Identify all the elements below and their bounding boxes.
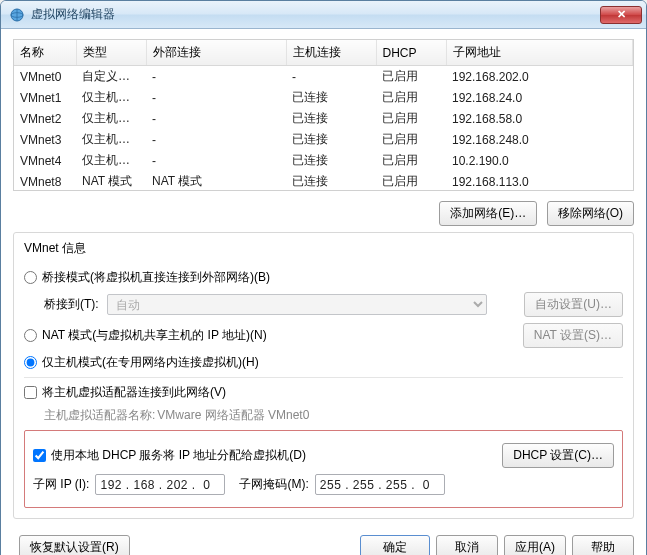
- network-buttons-row: 添加网络(E)… 移除网络(O): [13, 201, 634, 226]
- subnet-ip-label: 子网 IP (I):: [33, 476, 89, 493]
- cell-subnet: 192.168.58.0: [446, 108, 633, 129]
- cell-type: 仅主机…: [76, 108, 146, 129]
- table-row[interactable]: VMnet1仅主机…-已连接已启用192.168.24.0: [14, 87, 633, 108]
- divider: [24, 377, 623, 378]
- use-dhcp-label: 使用本地 DHCP 服务将 IP 地址分配给虚拟机(D): [51, 447, 306, 464]
- cell-dhcp: 已启用: [376, 66, 446, 88]
- cell-external: -: [146, 129, 286, 150]
- fieldset-legend: VMnet 信息: [20, 240, 90, 257]
- bridged-mode-row: 桥接模式(将虚拟机直接连接到外部网络)(B): [24, 269, 623, 286]
- cell-host: 已连接: [286, 129, 376, 150]
- cell-type: 自定义…: [76, 66, 146, 88]
- cell-dhcp: 已启用: [376, 87, 446, 108]
- auto-settings-button[interactable]: 自动设置(U)…: [524, 292, 623, 317]
- cell-external: -: [146, 150, 286, 171]
- col-external[interactable]: 外部连接: [146, 40, 286, 66]
- cancel-button[interactable]: 取消: [436, 535, 498, 555]
- cell-dhcp: 已启用: [376, 171, 446, 191]
- cell-dhcp: 已启用: [376, 129, 446, 150]
- bridged-to-label: 桥接到(T):: [44, 296, 99, 313]
- cell-subnet: 192.168.113.0: [446, 171, 633, 191]
- table-row[interactable]: VMnet8NAT 模式NAT 模式已连接已启用192.168.113.0: [14, 171, 633, 191]
- network-table: 名称 类型 外部连接 主机连接 DHCP 子网地址 VMnet0自定义…--已启…: [13, 39, 634, 191]
- bridged-to-row: 桥接到(T): 自动 自动设置(U)…: [44, 292, 623, 317]
- cell-external: -: [146, 87, 286, 108]
- app-icon: [9, 7, 25, 23]
- cell-host: -: [286, 66, 376, 88]
- cell-external: NAT 模式: [146, 171, 286, 191]
- apply-button[interactable]: 应用(A): [504, 535, 566, 555]
- vmnet-info-fieldset: VMnet 信息 桥接模式(将虚拟机直接连接到外部网络)(B) 桥接到(T): …: [13, 232, 634, 519]
- host-adapter-checkbox[interactable]: [24, 386, 37, 399]
- dialog-footer: 恢复默认设置(R) 确定 取消 应用(A) 帮助: [1, 527, 646, 555]
- cell-name: VMnet8: [14, 171, 76, 191]
- cell-external: -: [146, 108, 286, 129]
- host-adapter-row: 将主机虚拟适配器连接到此网络(V): [24, 384, 623, 401]
- col-type[interactable]: 类型: [76, 40, 146, 66]
- bridged-to-select[interactable]: 自动: [107, 294, 487, 315]
- restore-defaults-button[interactable]: 恢复默认设置(R): [19, 535, 130, 555]
- col-host[interactable]: 主机连接: [286, 40, 376, 66]
- use-dhcp-checkbox[interactable]: [33, 449, 46, 462]
- cell-dhcp: 已启用: [376, 108, 446, 129]
- help-button[interactable]: 帮助: [572, 535, 634, 555]
- cell-host: 已连接: [286, 108, 376, 129]
- table-row[interactable]: VMnet3仅主机…-已连接已启用192.168.248.0: [14, 129, 633, 150]
- table-row[interactable]: VMnet4仅主机…-已连接已启用10.2.190.0: [14, 150, 633, 171]
- bridged-mode-radio[interactable]: [24, 271, 37, 284]
- col-name[interactable]: 名称: [14, 40, 76, 66]
- dhcp-settings-button[interactable]: DHCP 设置(C)…: [502, 443, 614, 468]
- window-title: 虚拟网络编辑器: [31, 6, 600, 23]
- close-icon: ✕: [617, 8, 626, 21]
- cell-subnet: 10.2.190.0: [446, 150, 633, 171]
- nat-mode-radio[interactable]: [24, 329, 37, 342]
- cell-type: 仅主机…: [76, 150, 146, 171]
- subnet-ip-input[interactable]: [95, 474, 225, 495]
- cell-host: 已连接: [286, 150, 376, 171]
- virtual-network-editor-window: 虚拟网络编辑器 ✕ 名称 类型 外部连接 主机连接 DHCP 子网地址 VMne…: [0, 0, 647, 555]
- hostonly-mode-row: 仅主机模式(在专用网络内连接虚拟机)(H): [24, 354, 623, 371]
- cell-host: 已连接: [286, 87, 376, 108]
- ok-button[interactable]: 确定: [360, 535, 430, 555]
- cell-host: 已连接: [286, 171, 376, 191]
- cell-name: VMnet2: [14, 108, 76, 129]
- col-subnet[interactable]: 子网地址: [446, 40, 633, 66]
- dhcp-subnet-highlight: 使用本地 DHCP 服务将 IP 地址分配给虚拟机(D) DHCP 设置(C)……: [24, 430, 623, 508]
- cell-type: 仅主机…: [76, 87, 146, 108]
- host-adapter-label: 将主机虚拟适配器连接到此网络(V): [42, 384, 226, 401]
- hostonly-mode-label: 仅主机模式(在专用网络内连接虚拟机)(H): [42, 354, 259, 371]
- close-button[interactable]: ✕: [600, 6, 642, 24]
- cell-subnet: 192.168.202.0: [446, 66, 633, 88]
- cell-external: -: [146, 66, 286, 88]
- cell-name: VMnet1: [14, 87, 76, 108]
- nat-mode-label: NAT 模式(与虚拟机共享主机的 IP 地址)(N): [42, 327, 267, 344]
- cell-dhcp: 已启用: [376, 150, 446, 171]
- col-dhcp[interactable]: DHCP: [376, 40, 446, 66]
- cell-type: 仅主机…: [76, 129, 146, 150]
- use-dhcp-row: 使用本地 DHCP 服务将 IP 地址分配给虚拟机(D) DHCP 设置(C)…: [33, 443, 614, 468]
- cell-subnet: 192.168.248.0: [446, 129, 633, 150]
- nat-settings-button[interactable]: NAT 设置(S)…: [523, 323, 623, 348]
- cell-name: VMnet3: [14, 129, 76, 150]
- hostonly-mode-radio[interactable]: [24, 356, 37, 369]
- host-adapter-name-row: 主机虚拟适配器名称: VMware 网络适配器 VMnet0: [44, 407, 623, 424]
- cell-type: NAT 模式: [76, 171, 146, 191]
- table-header: 名称 类型 外部连接 主机连接 DHCP 子网地址: [14, 40, 633, 66]
- table-row[interactable]: VMnet0自定义…--已启用192.168.202.0: [14, 66, 633, 88]
- table-row[interactable]: VMnet2仅主机…-已连接已启用192.168.58.0: [14, 108, 633, 129]
- subnet-mask-label: 子网掩码(M):: [239, 476, 308, 493]
- subnet-row: 子网 IP (I): 子网掩码(M):: [33, 474, 614, 495]
- host-adapter-name-label: 主机虚拟适配器名称:: [44, 407, 155, 424]
- content-area: 名称 类型 外部连接 主机连接 DHCP 子网地址 VMnet0自定义…--已启…: [1, 29, 646, 527]
- cell-name: VMnet0: [14, 66, 76, 88]
- bridged-mode-label: 桥接模式(将虚拟机直接连接到外部网络)(B): [42, 269, 270, 286]
- host-adapter-name-value: VMware 网络适配器 VMnet0: [157, 407, 309, 424]
- titlebar: 虚拟网络编辑器 ✕: [1, 1, 646, 29]
- cell-subnet: 192.168.24.0: [446, 87, 633, 108]
- remove-network-button[interactable]: 移除网络(O): [547, 201, 634, 226]
- add-network-button[interactable]: 添加网络(E)…: [439, 201, 537, 226]
- subnet-mask-input[interactable]: [315, 474, 445, 495]
- cell-name: VMnet4: [14, 150, 76, 171]
- nat-mode-row: NAT 模式(与虚拟机共享主机的 IP 地址)(N) NAT 设置(S)…: [24, 323, 623, 348]
